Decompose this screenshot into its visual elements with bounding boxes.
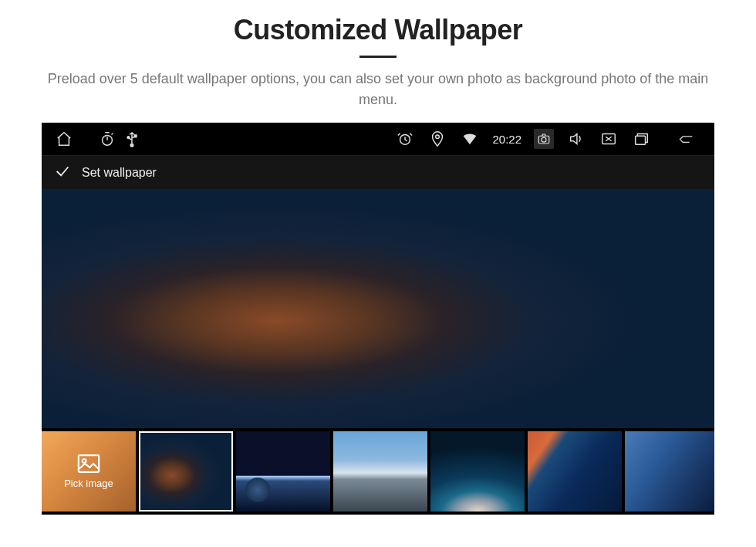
title-underline (359, 56, 397, 58)
status-bar: 20:22 (42, 123, 714, 155)
title-bar: Set wallpaper (42, 155, 714, 189)
page-title: Customized Wallpaper (0, 14, 756, 46)
clock-text: 20:22 (492, 133, 521, 146)
svg-point-3 (130, 144, 133, 147)
wallpaper-thumb-4[interactable] (430, 431, 525, 512)
back-icon[interactable] (671, 129, 702, 149)
title-bar-label: Set wallpaper (82, 166, 157, 180)
svg-rect-2 (134, 135, 137, 137)
wifi-icon (460, 129, 480, 149)
pick-image-button[interactable]: Pick image (42, 431, 136, 512)
left-status-group (97, 129, 142, 149)
wallpaper-thumb-1[interactable] (139, 431, 233, 512)
wallpaper-thumb-5[interactable] (528, 431, 622, 512)
wallpaper-preview[interactable] (42, 189, 714, 428)
svg-point-1 (127, 137, 130, 139)
device-screen: 20:22 Set wallpaper Pic (42, 123, 714, 515)
home-icon[interactable] (54, 129, 74, 149)
wallpaper-thumb-2[interactable] (236, 431, 330, 512)
wallpaper-thumb-6[interactable] (625, 431, 714, 512)
pick-image-label: Pick image (64, 478, 113, 489)
wallpaper-thumb-3[interactable] (333, 431, 427, 512)
recent-apps-icon[interactable] (631, 129, 651, 149)
usb-icon (122, 129, 142, 149)
volume-icon[interactable] (566, 129, 586, 149)
svg-point-7 (542, 137, 546, 142)
svg-rect-9 (636, 136, 646, 144)
wallpaper-thumbs: Pick image (42, 428, 714, 515)
camera-icon[interactable] (534, 129, 554, 149)
page-subtitle: Preload over 5 default wallpaper options… (39, 69, 717, 110)
close-screen-icon[interactable] (599, 129, 619, 149)
stopwatch-icon (97, 129, 117, 149)
svg-rect-10 (79, 455, 99, 472)
svg-point-5 (436, 135, 440, 139)
alarm-icon (395, 129, 415, 149)
confirm-icon[interactable] (54, 163, 71, 183)
location-icon (427, 129, 447, 149)
svg-point-11 (83, 459, 86, 463)
